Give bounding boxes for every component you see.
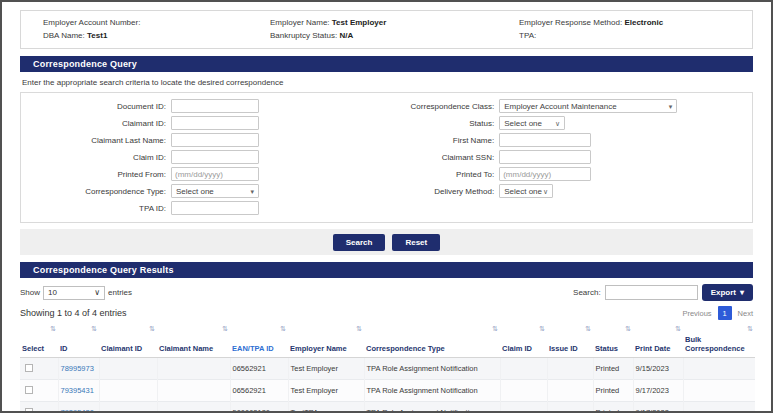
bulk-correspondence-cell: [683, 358, 755, 380]
status-cell: Printed: [593, 402, 633, 413]
ean-tpa-id-cell: 500003120: [230, 402, 288, 413]
column-header-ean-tpa-id[interactable]: EAN/TPA ID⇅: [230, 324, 288, 358]
delivery-method-select[interactable]: Select one ∨: [499, 184, 553, 198]
sort-icon[interactable]: ⇅: [280, 325, 286, 333]
claimant-last-name-label: Claimant Last Name:: [21, 136, 171, 145]
pagination: Previous 1 Next: [682, 306, 753, 320]
correspondence-class-value: Employer Account Maintenance: [504, 102, 617, 111]
column-header-status[interactable]: Status⇅: [593, 324, 633, 358]
column-header-claimant-name[interactable]: Claimant Name⇅: [157, 324, 230, 358]
correspondence-id-link[interactable]: 79395431: [61, 386, 94, 395]
column-header-correspondence-type[interactable]: Correspondence Type⇅: [364, 324, 500, 358]
row-select-checkbox[interactable]: [25, 408, 33, 413]
tpa-id-label: TPA ID:: [21, 204, 171, 213]
printed-from-row: Printed From:: [21, 167, 379, 181]
column-header-select[interactable]: Select⇅: [20, 324, 58, 358]
employer-name-value: Test Employer: [332, 18, 387, 27]
first-name-row: First Name:: [379, 133, 752, 147]
claim-id-input[interactable]: [171, 150, 259, 164]
dba-name: DBA Name: Test1: [43, 31, 270, 40]
claimant-ssn-input[interactable]: [499, 150, 591, 164]
show-entries-value: 10: [48, 288, 57, 297]
bankruptcy-status: Bankruptcy Status: N/A: [270, 31, 519, 40]
sort-icon[interactable]: ⇅: [492, 325, 498, 333]
sort-icon[interactable]: ⇅: [675, 325, 681, 333]
show-label: Show: [20, 288, 40, 297]
printed-from-input[interactable]: [171, 167, 259, 181]
sort-icon[interactable]: ⇅: [356, 325, 362, 333]
showing-entries-text: Showing 1 to 4 of 4 entries: [20, 308, 127, 318]
claimant-id-input[interactable]: [171, 116, 259, 130]
reset-button[interactable]: Reset: [392, 234, 440, 251]
tpa-id-input[interactable]: [171, 201, 259, 215]
page: Employer Account Number: DBA Name: Test1…: [2, 2, 771, 413]
column-header-print-date[interactable]: Print Date⇅: [633, 324, 683, 358]
delivery-method-value: Select one: [504, 187, 542, 196]
sort-icon[interactable]: ⇅: [50, 325, 56, 333]
chevron-down-icon: ▾: [250, 188, 254, 195]
correspondence-id-link[interactable]: 79395430: [61, 408, 94, 413]
table-search-input[interactable]: [605, 285, 698, 300]
sort-icon[interactable]: ⇅: [585, 325, 591, 333]
claim-id-cell: [500, 402, 547, 413]
column-header-claimant-id[interactable]: Claimant ID⇅: [99, 324, 157, 358]
results-table: Select⇅ ID⇅ Claimant ID⇅ Claimant Name⇅ …: [20, 324, 755, 413]
showing-row: Showing 1 to 4 of 4 entries Previous 1 N…: [20, 306, 753, 320]
row-select-checkbox[interactable]: [25, 364, 33, 372]
chevron-down-icon: ∨: [94, 288, 100, 297]
correspondence-type-cell: TPA Role Assignment Notification: [364, 358, 500, 380]
first-name-input[interactable]: [499, 133, 591, 147]
column-header-id[interactable]: ID⇅: [58, 324, 99, 358]
chevron-down-icon: ∨: [543, 188, 548, 195]
sort-icon[interactable]: ⇅: [747, 325, 753, 333]
correspondence-type-row: Correspondence Type: Select one ▾: [21, 184, 379, 198]
correspondence-class-select[interactable]: Employer Account Maintenance ▾: [499, 99, 677, 113]
pagination-page-1[interactable]: 1: [718, 306, 732, 320]
row-select-checkbox[interactable]: [25, 386, 33, 394]
column-header-claim-id[interactable]: Claim ID⇅: [500, 324, 547, 358]
employer-info-bar: Employer Account Number: DBA Name: Test1…: [20, 10, 753, 49]
employer-response-method-value: Electronic: [624, 18, 663, 27]
claimant-id-label: Claimant ID:: [21, 119, 171, 128]
correspondence-id-link[interactable]: 78995973: [61, 364, 94, 373]
status-select[interactable]: Select one ∨: [499, 116, 565, 130]
sort-icon[interactable]: ⇅: [625, 325, 631, 333]
correspondence-type-cell: TPA Role Assignment Notification: [364, 402, 500, 413]
correspondence-type-cell: TPA Role Assignment Notification: [364, 380, 500, 402]
delivery-method-row: Delivery Method: Select one ∨: [379, 184, 752, 198]
print-date-cell: 9/15/2023: [633, 358, 683, 380]
ean-tpa-id-cell: 06562921: [230, 380, 288, 402]
employer-name: Employer Name: Test Employer: [270, 18, 519, 27]
sort-icon[interactable]: ⇅: [539, 325, 545, 333]
query-form-left-column: Document ID: Claimant ID: Claimant Last …: [21, 99, 379, 215]
printed-to-row: Printed To:: [379, 167, 752, 181]
sort-icon[interactable]: ⇅: [149, 325, 155, 333]
claim-id-label: Claim ID:: [21, 153, 171, 162]
column-header-bulk-correspondence[interactable]: Bulk Correspondence⇅: [683, 324, 755, 358]
search-button[interactable]: Search: [333, 234, 386, 251]
claimant-id-cell: [99, 380, 157, 402]
employer-name-cell: Test Employer: [288, 380, 364, 402]
claimant-name-cell: [157, 402, 230, 413]
employer-response-method-label: Employer Response Method:: [519, 18, 622, 27]
claimant-id-cell: [99, 358, 157, 380]
claim-id-cell: [500, 358, 547, 380]
export-button[interactable]: Export ▾: [702, 284, 753, 301]
issue-id-cell: [547, 358, 593, 380]
claimant-last-name-input[interactable]: [171, 133, 259, 147]
column-header-employer-name[interactable]: Employer Name⇅: [288, 324, 364, 358]
column-header-issue-id[interactable]: Issue ID⇅: [547, 324, 593, 358]
document-id-input[interactable]: [171, 99, 259, 113]
issue-id-cell: [547, 380, 593, 402]
bankruptcy-status-label: Bankruptcy Status:: [270, 31, 337, 40]
employer-account-number: Employer Account Number:: [43, 18, 270, 27]
bulk-correspondence-cell: [683, 402, 755, 413]
claim-id-cell: [500, 380, 547, 402]
sort-icon[interactable]: ⇅: [91, 325, 97, 333]
pagination-next[interactable]: Next: [738, 309, 753, 318]
sort-icon[interactable]: ⇅: [222, 325, 228, 333]
printed-to-input[interactable]: [499, 167, 591, 181]
pagination-previous[interactable]: Previous: [682, 309, 711, 318]
show-entries-select[interactable]: 10 ∨: [43, 286, 105, 300]
correspondence-type-select[interactable]: Select one ▾: [171, 184, 259, 198]
